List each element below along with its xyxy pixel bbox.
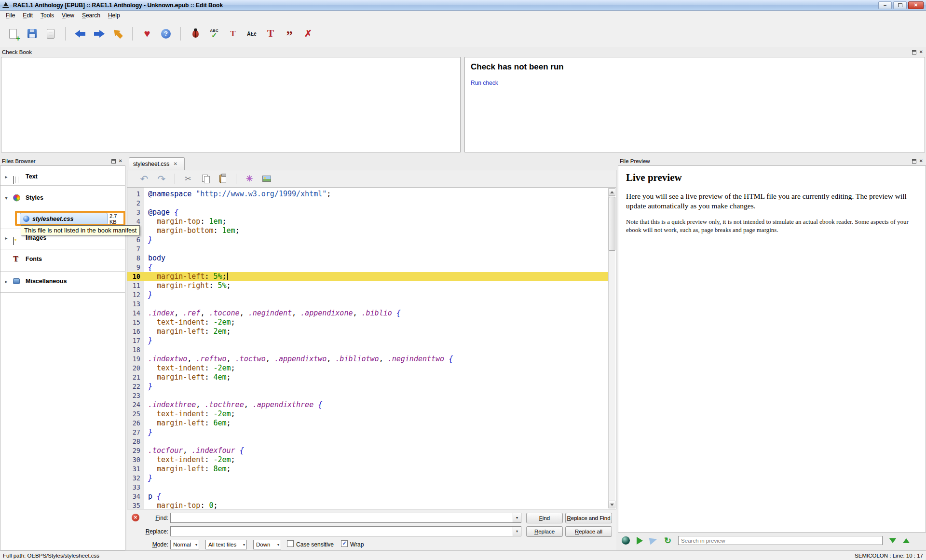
code-line[interactable]: 22} (127, 382, 608, 391)
code-line[interactable]: 4 margin-top: 1em; (127, 217, 608, 226)
undo-button[interactable]: ↶ (138, 173, 150, 185)
inspect-icon[interactable] (622, 536, 630, 545)
play-icon[interactable] (637, 537, 643, 545)
code-line[interactable]: 34p { (127, 492, 608, 501)
sidebar-item-text[interactable]: ▸ Text (0, 169, 125, 184)
paste-button[interactable] (217, 173, 229, 185)
run-checks-button[interactable] (188, 27, 203, 41)
find-input[interactable] (170, 513, 521, 523)
close-panel-button[interactable]: ✕ (919, 159, 923, 164)
menu-item-search[interactable]: Search (78, 11, 104, 20)
smart-quotes-button[interactable]: ” (282, 27, 297, 41)
search-next-icon[interactable] (889, 538, 896, 543)
close-panel-button[interactable]: ✕ (919, 50, 923, 55)
save-button[interactable] (25, 27, 39, 41)
special-character-button[interactable]: T (226, 27, 240, 41)
menu-item-tools[interactable]: Tools (37, 11, 58, 20)
code-line[interactable]: 6} (127, 235, 608, 245)
code-line[interactable]: 9{ (127, 263, 608, 272)
code-line[interactable]: 24.indexthree, .tocthree, .appendixthree… (127, 400, 608, 410)
minimize-button[interactable]: – (878, 1, 892, 9)
wrap-checkbox[interactable]: ✓ (341, 540, 348, 547)
epub-button[interactable] (43, 27, 58, 41)
code-line[interactable]: 30 text-indent: -2em; (127, 455, 608, 464)
expander-icon[interactable]: ▸ (3, 174, 9, 179)
code-line[interactable]: 28 (127, 437, 608, 446)
expander-icon[interactable]: ▾ (3, 195, 9, 201)
new-file-button[interactable]: + (6, 27, 20, 41)
code-line[interactable]: 20 text-indent: -2em; (127, 364, 608, 373)
editor-scrollbar[interactable] (608, 188, 615, 508)
float-panel-button[interactable] (111, 159, 116, 164)
code-line[interactable]: 27} (127, 428, 608, 437)
insert-image-button[interactable] (260, 173, 273, 185)
menu-item-view[interactable]: View (58, 11, 78, 20)
cut-button[interactable]: ✂ (182, 173, 194, 185)
code-line[interactable]: 19.indextwo, .reftwo, .toctwo, .appendix… (127, 355, 608, 364)
code-line[interactable]: 35 margin-top: 0; (127, 501, 608, 509)
chevron-down-icon[interactable]: ▾ (513, 513, 521, 522)
replace-and-find-button[interactable]: Replace and Find (565, 513, 612, 523)
close-find-button[interactable]: ✕ (132, 514, 139, 521)
refresh-icon[interactable]: ↻ (664, 536, 671, 545)
sidebar-item-fonts[interactable]: T Fonts (0, 252, 125, 266)
find-button[interactable]: Find (526, 513, 563, 523)
case-sensitive-checkbox[interactable]: ✓ (287, 540, 294, 547)
scroll-thumb[interactable] (609, 197, 615, 251)
special-entity-button[interactable]: ✳ (243, 173, 256, 185)
replace-button[interactable]: Replace (526, 526, 563, 537)
code-line[interactable]: 10 margin-left: 5%; (127, 272, 608, 281)
code-line[interactable]: 33 (127, 483, 608, 492)
close-panel-button[interactable]: ✕ (119, 159, 123, 164)
code-line[interactable]: 2 (127, 199, 608, 208)
tab-stylesheet[interactable]: stylesheet.css ✕ (129, 157, 185, 170)
file-item-stylesheet[interactable]: stylesheet.css 2.7 KB (0, 212, 125, 226)
delete-unused-button[interactable]: ✗ (301, 27, 315, 41)
redo-button[interactable]: ↷ (155, 173, 168, 185)
code-line[interactable]: 23 (127, 391, 608, 400)
code-line[interactable]: 31 margin-left: 8em; (127, 464, 608, 474)
scroll-up-button[interactable] (609, 188, 615, 196)
expander-icon[interactable]: ▸ (3, 235, 9, 241)
float-panel-button[interactable] (912, 159, 916, 164)
code-line[interactable]: 11 margin-right: 5%; (127, 281, 608, 290)
close-button[interactable]: ✕ (908, 1, 924, 9)
code-line[interactable]: 29.tocfour, .indexfour { (127, 446, 608, 455)
expander-icon[interactable]: ▸ (3, 279, 9, 284)
clips-button[interactable]: ÅŁč (245, 27, 259, 41)
copy-button[interactable] (199, 173, 212, 185)
back-button[interactable] (73, 27, 87, 41)
code-line[interactable]: 14.index, .ref, .tocone, .negindent, .ap… (127, 309, 608, 318)
code-line[interactable]: 21 margin-left: 4em; (127, 373, 608, 382)
selected-file-highlight[interactable]: stylesheet.css (20, 213, 108, 225)
title-bar[interactable]: RAE1.1 Anthology [EPUB] :: RAE1.1 Anthol… (0, 0, 926, 11)
spellcheck-button[interactable]: ABC✓ (207, 27, 221, 41)
preview-search-input[interactable] (678, 536, 883, 545)
scope-select[interactable]: All text files▾ (205, 540, 247, 549)
code-line[interactable]: 12} (127, 290, 608, 300)
replace-all-button[interactable]: Replace all (565, 526, 612, 537)
search-prev-icon[interactable] (903, 538, 910, 543)
menu-item-file[interactable]: File (2, 11, 19, 20)
mode-select[interactable]: Normal▾ (170, 540, 199, 549)
replace-input[interactable] (170, 526, 521, 536)
code-line[interactable]: 7 (127, 245, 608, 254)
chevron-down-icon[interactable]: ▾ (513, 527, 521, 536)
code-line[interactable]: 18 (127, 345, 608, 355)
code-line[interactable]: 16 margin-left: 2em; (127, 327, 608, 336)
code-line[interactable]: 25 text-indent: -2em; (127, 410, 608, 419)
scroll-down-button[interactable] (609, 501, 615, 508)
tab-close-icon[interactable]: ✕ (173, 161, 177, 166)
code-editor[interactable]: 1@namespace "http://www.w3.org/1999/xhtm… (127, 188, 616, 509)
code-line[interactable]: 26 margin-left: 6em; (127, 419, 608, 428)
menu-item-edit[interactable]: Edit (19, 11, 37, 20)
sidebar-item-styles[interactable]: ▾ Styles (0, 191, 125, 205)
code-line[interactable]: 13 (127, 300, 608, 309)
index-marker-button[interactable]: T (263, 27, 278, 41)
run-check-link[interactable]: Run check (471, 80, 498, 86)
help-button[interactable]: ? (159, 27, 173, 41)
direction-select[interactable]: Down▾ (253, 540, 281, 549)
code-line[interactable]: 5 margin-bottom: 1em; (127, 226, 608, 235)
code-line[interactable]: 3@page { (127, 208, 608, 217)
forward-button[interactable] (92, 27, 106, 41)
